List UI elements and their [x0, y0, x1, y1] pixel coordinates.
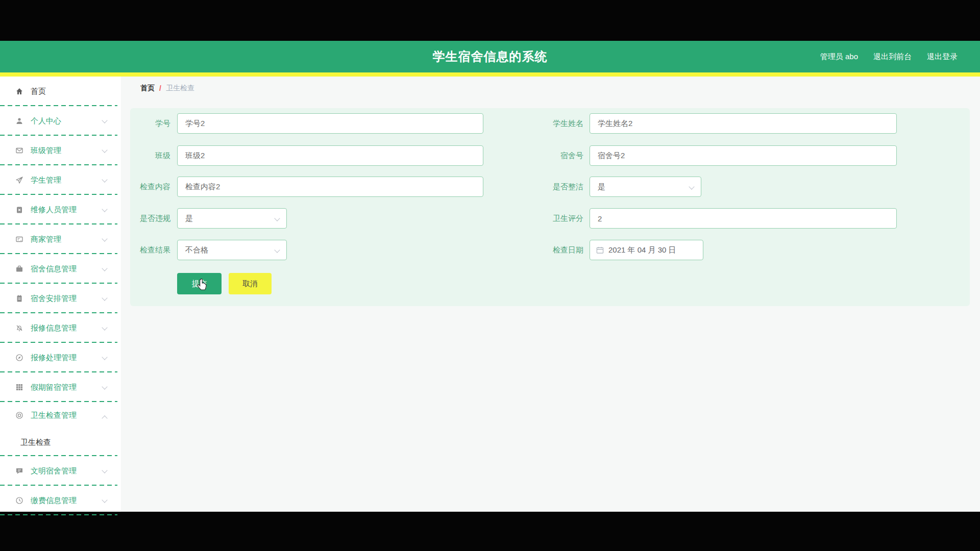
check-content-label: 检查内容: [130, 177, 170, 197]
sidebar-item-repair-handle-mgmt[interactable]: 报修处理管理: [0, 343, 121, 372]
check-content-input[interactable]: [177, 177, 483, 197]
sidebar-item-personal-center[interactable]: 个人中心: [0, 106, 121, 136]
sidebar-item-payment-info-mgmt[interactable]: 缴费信息管理: [0, 486, 121, 515]
hygiene-score-input[interactable]: [590, 208, 897, 229]
dorm-no-input[interactable]: [590, 145, 897, 166]
chevron-down-icon: [102, 117, 107, 123]
home-icon: [15, 87, 23, 95]
sidebar-item-hygiene-check-mgmt[interactable]: 卫生检查管理: [0, 402, 121, 429]
sidebar-item-label: 宿舍安排管理: [31, 294, 77, 304]
current-user-label: 管理员 abo: [820, 52, 858, 62]
sidebar-item-label: 首页: [31, 87, 46, 96]
top-navbar: 学生宿舍信息的系统 管理员 abo 退出到前台 退出登录: [0, 41, 980, 72]
accent-bar: [0, 72, 980, 77]
chevron-down-icon: [689, 184, 694, 189]
is-violation-select[interactable]: 是: [177, 208, 287, 229]
sidebar-item-label: 班级管理: [31, 146, 61, 156]
send-icon: [15, 176, 23, 184]
sidebar-item-label: 维修人员管理: [31, 205, 77, 215]
check-date-label: 检查日期: [487, 240, 583, 260]
is-violation-value: 是: [185, 214, 193, 223]
is-tidy-value: 是: [598, 182, 605, 192]
sidebar-subitem-label: 卫生检查: [20, 438, 51, 447]
chevron-down-icon: [102, 324, 107, 330]
chevron-down-icon: [102, 236, 107, 241]
sidebar-item-label: 报修处理管理: [31, 353, 77, 363]
clipboard-x-icon: [15, 206, 23, 214]
exit-to-front-link[interactable]: 退出到前台: [873, 52, 912, 62]
student-id-input[interactable]: [177, 113, 483, 134]
compass-icon: [15, 354, 23, 362]
breadcrumb: 首页 / 卫生检查: [140, 84, 194, 93]
card-icon: [15, 235, 23, 243]
chat-icon: [15, 467, 23, 475]
chevron-down-icon: [102, 177, 107, 182]
header-links: 管理员 abo 退出到前台 退出登录: [820, 41, 958, 72]
chevron-down-icon: [102, 147, 107, 153]
sidebar-item-repair-info-mgmt[interactable]: 报修信息管理: [0, 313, 121, 343]
sidebar-item-label: 缴费信息管理: [31, 496, 77, 506]
check-date-picker[interactable]: 2021 年 04 月 30 日: [590, 240, 703, 260]
sidebar-item-label: 商家管理: [31, 235, 61, 244]
chevron-down-icon: [102, 384, 107, 389]
dorm-no-label: 宿舍号: [487, 145, 583, 166]
chevron-down-icon: [102, 354, 107, 360]
target-icon: [15, 411, 23, 419]
sidebar-item-student-mgmt[interactable]: 学生管理: [0, 165, 121, 195]
is-tidy-label: 是否整洁: [487, 177, 583, 197]
sidebar-item-dorm-info-mgmt[interactable]: 宿舍信息管理: [0, 254, 121, 284]
is-tidy-select[interactable]: 是: [590, 177, 701, 197]
mail-icon: [15, 146, 23, 155]
sidebar: 首页 个人中心 班级管理 学生管理: [0, 77, 121, 512]
chevron-down-icon: [274, 215, 280, 221]
sidebar-item-class-mgmt[interactable]: 班级管理: [0, 136, 121, 165]
chevron-down-icon: [274, 247, 280, 253]
is-violation-label: 是否违规: [130, 208, 170, 229]
check-date-value: 2021 年 04 月 30 日: [608, 245, 676, 255]
calendar-icon: [596, 246, 604, 254]
hygiene-check-form: 学号 学生姓名 班级 宿舍号 检查内容 是否整洁 是 是否违规 是 卫生评分 检…: [130, 108, 970, 306]
student-id-label: 学号: [130, 113, 170, 134]
sidebar-item-label: 卫生检查管理: [31, 411, 77, 420]
hygiene-score-label: 卫生评分: [487, 208, 583, 229]
chevron-up-icon: [102, 415, 107, 421]
mouse-hand-cursor-icon: [196, 279, 208, 292]
chevron-down-icon: [102, 497, 107, 503]
check-result-select[interactable]: 不合格: [177, 240, 287, 260]
breadcrumb-home[interactable]: 首页: [140, 84, 155, 93]
sidebar-item-merchant-mgmt[interactable]: 商家管理: [0, 224, 121, 254]
breadcrumb-current: 卫生检查: [166, 84, 194, 93]
divider: [0, 514, 117, 515]
sidebar-item-holiday-stay-mgmt[interactable]: 假期留宿管理: [0, 372, 121, 402]
sidebar-item-repair-staff-mgmt[interactable]: 维修人员管理: [0, 195, 121, 224]
chevron-down-icon: [102, 265, 107, 271]
sidebar-item-label: 假期留宿管理: [31, 383, 77, 392]
sidebar-item-civil-dorm-mgmt[interactable]: 文明宿舍管理: [0, 456, 121, 486]
sidebar-item-label: 文明宿舍管理: [31, 466, 77, 476]
grid-icon: [15, 383, 23, 391]
bell-off-icon: [15, 324, 23, 332]
logout-link[interactable]: 退出登录: [927, 52, 958, 62]
briefcase-icon: [15, 265, 23, 273]
sidebar-item-dorm-arrange-mgmt[interactable]: 宿舍安排管理: [0, 284, 121, 313]
sidebar-item-home[interactable]: 首页: [0, 77, 121, 106]
user-icon: [15, 117, 23, 125]
app-window: 学生宿舍信息的系统 管理员 abo 退出到前台 退出登录 首页 个人中心: [0, 0, 980, 551]
clock-icon: [15, 496, 23, 505]
class-input[interactable]: [177, 145, 483, 166]
chevron-down-icon: [102, 206, 107, 212]
sidebar-item-label: 学生管理: [31, 176, 61, 185]
sidebar-item-label: 个人中心: [31, 116, 61, 126]
chevron-down-icon: [102, 295, 107, 300]
cancel-button[interactable]: 取消: [229, 273, 272, 294]
chevron-down-icon: [102, 467, 107, 473]
breadcrumb-separator: /: [159, 84, 161, 92]
check-result-value: 不合格: [185, 245, 208, 255]
sidebar-subitem-hygiene-check[interactable]: 卫生检查: [0, 429, 121, 456]
class-label: 班级: [130, 145, 170, 166]
notebook-icon: [15, 294, 23, 303]
student-name-input[interactable]: [590, 113, 897, 134]
student-name-label: 学生姓名: [487, 113, 583, 134]
sidebar-item-label: 报修信息管理: [31, 323, 77, 333]
check-result-label: 检查结果: [130, 240, 170, 260]
